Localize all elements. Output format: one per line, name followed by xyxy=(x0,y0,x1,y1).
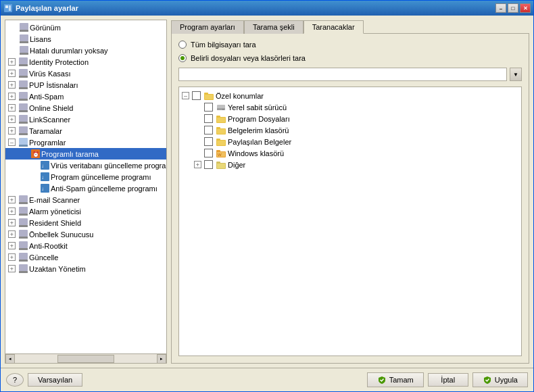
radio-all-computer[interactable] xyxy=(178,41,187,49)
sidebar-item-guncelle[interactable]: + Güncelle xyxy=(5,251,166,263)
ft-root-label: Özel konumlar xyxy=(216,92,264,100)
file-tree: – Özel konumlar xyxy=(178,87,522,356)
ft-check-windows[interactable] xyxy=(204,149,213,157)
sidebar-item-antispam[interactable]: + Anti-Spam xyxy=(5,91,166,102)
expand-plus-icon[interactable]: + xyxy=(8,127,16,134)
item-icon: ⏰ xyxy=(30,149,40,159)
item-icon xyxy=(19,34,28,44)
sidebar-item-online-shield[interactable]: + Online Shield xyxy=(5,102,166,114)
item-icon xyxy=(18,241,28,251)
svg-rect-9 xyxy=(19,57,28,64)
sidebar-item-virus-db[interactable]: ↓ Virüs veritabanı güncelleme program… xyxy=(5,160,166,171)
expand-plus-icon[interactable]: + xyxy=(8,265,16,272)
expand-plus-icon[interactable]: + xyxy=(8,81,16,89)
label-pup: PUP İstisnaları xyxy=(29,80,78,91)
ft-check-yerel[interactable] xyxy=(204,103,213,112)
svg-rect-10 xyxy=(19,64,28,66)
sidebar-item-gorunum[interactable]: Görünüm xyxy=(5,22,166,33)
sidebar-item-anti-rootkit[interactable]: + Anti-Rootkit xyxy=(5,240,166,251)
help-button[interactable]: ? xyxy=(6,373,24,387)
ft-root[interactable]: – Özel konumlar xyxy=(179,90,521,101)
sidebar-item-antispam-guncelleme[interactable]: ↓ Anti-Spam güncelleme programı xyxy=(5,182,166,194)
scroll-thumb[interactable] xyxy=(57,355,114,363)
svg-text:⏰: ⏰ xyxy=(32,151,39,157)
expand-plus-icon[interactable]: + xyxy=(8,104,16,112)
sidebar-item-virus-kasasi[interactable]: + Virüs Kasası xyxy=(5,68,166,79)
horizontal-scrollbar[interactable]: ◂ ▸ xyxy=(5,353,166,363)
ok-button[interactable]: Tamam xyxy=(367,372,424,387)
defaults-button[interactable]: Varsayılan xyxy=(28,373,82,387)
maximize-button[interactable]: □ xyxy=(508,3,518,13)
radio-row-specific: Belirli dosyaları veya klasörleri tara xyxy=(178,54,522,62)
sidebar-item-identity[interactable]: + Identity Protection xyxy=(5,56,166,68)
cancel-button[interactable]: İptal xyxy=(428,373,468,387)
expand-plus-icon[interactable]: + xyxy=(8,70,16,77)
expand-plus-icon[interactable]: + xyxy=(8,93,16,100)
label-virus-kasasi: Virüs Kasası xyxy=(29,68,71,79)
close-button[interactable]: ✕ xyxy=(520,3,531,13)
ft-item-program[interactable]: Program Dosyaları xyxy=(179,113,521,124)
svg-rect-51 xyxy=(217,108,225,110)
sidebar-item-email-scanner[interactable]: + E-mail Scanner xyxy=(5,194,166,205)
sidebar-item-programlar[interactable]: – Programlar xyxy=(5,137,166,148)
ft-check-program[interactable] xyxy=(204,114,213,123)
expand-plus-icon[interactable]: + xyxy=(8,207,16,215)
svg-rect-60 xyxy=(216,139,220,141)
label-resident-shield: Resident Shield xyxy=(29,218,81,228)
tabs-bar: Program ayarları Tarama şekli Taranacakl… xyxy=(171,20,529,33)
expand-plus-icon[interactable]: + xyxy=(8,242,16,249)
sidebar-item-programli-tarama[interactable]: ⏰ Programlı tarama xyxy=(5,148,166,160)
radio-specific-files[interactable] xyxy=(178,54,187,62)
ft-item-windows[interactable]: W Windows klasörü xyxy=(179,147,521,159)
minimize-button[interactable]: – xyxy=(495,3,506,13)
expand-plus-icon[interactable]: + xyxy=(8,230,16,238)
scroll-right-button[interactable]: ▸ xyxy=(157,354,166,364)
left-panel: Görünüm Lisans Hatalı durumları yo xyxy=(5,20,167,364)
svg-rect-37 xyxy=(19,218,28,225)
ft-check-belgelerim[interactable] xyxy=(204,126,213,134)
expand-plus-icon[interactable]: + xyxy=(8,58,16,66)
expand-plus-icon[interactable]: + xyxy=(8,196,16,203)
sidebar-item-linkscanner[interactable]: + LinkScanner xyxy=(5,114,166,125)
ft-expand-root[interactable]: – xyxy=(182,92,189,99)
apply-button[interactable]: Uygula xyxy=(472,372,528,387)
ft-check-root[interactable] xyxy=(192,91,201,100)
ft-item-diger[interactable]: + Diğer xyxy=(179,159,521,170)
svg-rect-61 xyxy=(217,141,225,145)
scroll-track[interactable] xyxy=(15,354,157,364)
label-antispam: Anti-Spam xyxy=(29,91,64,102)
sidebar-item-program-guncelleme[interactable]: ↓ Program güncelleme programı xyxy=(5,171,166,182)
dropdown-arrow[interactable]: ▼ xyxy=(510,68,522,81)
sidebar-item-uzaktan[interactable]: + Uzaktan Yönetim xyxy=(5,263,166,274)
ft-item-paylasilan[interactable]: Paylaşılan Belgeler xyxy=(179,136,521,147)
tab-tarama-sekli[interactable]: Tarama şekli xyxy=(244,20,304,34)
sidebar-item-taramalar[interactable]: + Taramalar xyxy=(5,125,166,137)
sidebar-item-resident-shield[interactable]: + Resident Shield xyxy=(5,217,166,228)
scroll-left-button[interactable]: ◂ xyxy=(5,354,15,364)
ft-expand-diger[interactable]: + xyxy=(194,161,201,168)
expand-plus-icon[interactable]: + xyxy=(8,116,16,123)
ft-item-yerel[interactable]: Yerel sabit sürücü xyxy=(179,101,521,113)
sidebar-item-pup[interactable]: + PUP İstisnaları xyxy=(5,79,166,91)
expand-plus-icon[interactable]: + xyxy=(8,253,16,261)
path-input[interactable] xyxy=(178,68,507,81)
expand-minus-icon[interactable]: – xyxy=(8,139,16,146)
label-anti-rootkit: Anti-Rootkit xyxy=(29,241,68,251)
ft-check-diger[interactable] xyxy=(204,160,213,169)
item-icon xyxy=(18,57,28,67)
ft-check-paylasilan[interactable] xyxy=(204,137,213,146)
tab-content-taranacaklar: Tüm bilgisayarı tara Belirli dosyaları v… xyxy=(171,33,529,364)
sidebar-item-hatali[interactable]: Hatalı durumları yoksay xyxy=(5,45,166,56)
label-lisans: Lisans xyxy=(30,34,51,45)
tab-taranacaklar[interactable]: Taranacaklar xyxy=(304,20,364,34)
sidebar-item-lisans[interactable]: Lisans xyxy=(5,33,166,45)
svg-rect-1 xyxy=(5,5,8,8)
sidebar-item-alarm[interactable]: + Alarm yöneticisi xyxy=(5,205,166,217)
svg-rect-13 xyxy=(19,80,28,87)
svg-rect-46 xyxy=(19,271,28,273)
tab-program-ayarlari[interactable]: Program ayarları xyxy=(171,20,244,34)
expand-plus-icon[interactable]: + xyxy=(8,219,16,226)
sidebar-item-onbellek[interactable]: + Önbellek Sunucusu xyxy=(5,228,166,240)
label-hatali: Hatalı durumları yoksay xyxy=(30,45,108,56)
ft-item-belgelerim[interactable]: Belgelerim klasörü xyxy=(179,124,521,136)
